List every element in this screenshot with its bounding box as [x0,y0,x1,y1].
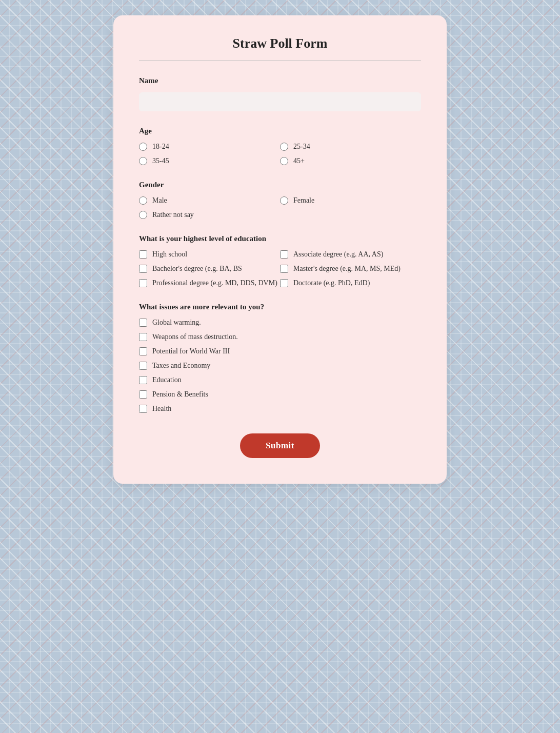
gender-option-label-female: Female [293,196,314,205]
name-label: Name [139,76,421,85]
gender-options: Male Female Rather not say [139,196,421,219]
age-option-45plus[interactable]: 45+ [280,157,421,165]
age-radio-45plus[interactable] [280,157,288,165]
issue-option-label-weapons: Weapons of mass destruction. [152,333,238,341]
gender-radio-male[interactable] [139,196,147,205]
edu-option-masters[interactable]: Master's degree (e.g. MA, MS, MEd) [280,265,421,273]
edu-option-label-associate: Associate degree (e.g. AA, AS) [293,250,383,259]
age-section: Age 18-24 25-34 35-45 45+ [139,127,421,165]
issue-option-label-education: Education [152,376,182,384]
edu-option-high-school[interactable]: High school [139,250,280,259]
submit-wrapper: Submit [139,433,421,458]
edu-option-label-bachelors: Bachelor's degree (e.g. BA, BS [152,265,242,273]
edu-checkbox-masters[interactable] [280,265,288,273]
gender-radio-rather-not-say[interactable] [139,211,147,219]
edu-checkbox-bachelors[interactable] [139,265,147,273]
issue-checkbox-education[interactable] [139,376,147,384]
age-radio-25-34[interactable] [280,143,288,151]
edu-option-associate[interactable]: Associate degree (e.g. AA, AS) [280,250,421,259]
gender-option-female[interactable]: Female [280,196,421,205]
issue-checkbox-ww3[interactable] [139,347,147,355]
issue-option-label-ww3: Potential for World War III [152,347,230,355]
issue-checkbox-health[interactable] [139,405,147,413]
issue-option-label-global-warming: Global warming. [152,319,201,327]
name-section: Name [139,76,421,111]
issue-checkbox-pension[interactable] [139,390,147,399]
edu-option-label-professional: Professional degree (e.g. MD, DDS, DVM) [152,279,277,287]
education-section: What is your highest level of education … [139,234,421,287]
edu-option-doctorate[interactable]: Doctorate (e.g. PhD, EdD) [280,279,421,287]
gender-radio-female[interactable] [280,196,288,205]
age-option-label-35-45: 35-45 [152,157,169,165]
issue-option-weapons[interactable]: Weapons of mass destruction. [139,333,421,341]
issue-option-global-warming[interactable]: Global warming. [139,319,421,327]
edu-checkbox-high-school[interactable] [139,250,147,259]
age-option-18-24[interactable]: 18-24 [139,143,280,151]
edu-checkbox-associate[interactable] [280,250,288,259]
education-label: What is your highest level of education [139,234,421,243]
edu-checkbox-professional[interactable] [139,279,147,287]
edu-checkbox-doctorate[interactable] [280,279,288,287]
gender-section: Gender Male Female Rather not say [139,181,421,219]
age-option-label-45plus: 45+ [293,157,305,165]
gender-option-male[interactable]: Male [139,196,280,205]
age-option-label-18-24: 18-24 [152,143,169,151]
submit-button[interactable]: Submit [240,433,320,458]
issue-checkbox-global-warming[interactable] [139,319,147,327]
edu-option-label-masters: Master's degree (e.g. MA, MS, MEd) [293,265,401,273]
issues-label: What issues are more relevant to you? [139,303,421,311]
issue-option-education[interactable]: Education [139,376,421,384]
age-radio-35-45[interactable] [139,157,147,165]
issue-option-label-pension: Pension & Benefits [152,390,208,399]
issue-option-ww3[interactable]: Potential for World War III [139,347,421,355]
gender-option-rather-not-say[interactable]: Rather not say [139,211,421,219]
edu-option-professional[interactable]: Professional degree (e.g. MD, DDS, DVM) [139,279,280,287]
issue-option-label-health: Health [152,405,171,413]
age-option-25-34[interactable]: 25-34 [280,143,421,151]
issue-checkbox-weapons[interactable] [139,333,147,341]
age-radio-18-24[interactable] [139,143,147,151]
edu-option-label-doctorate: Doctorate (e.g. PhD, EdD) [293,279,370,287]
education-options: High school Associate degree (e.g. AA, A… [139,250,421,287]
name-input[interactable] [139,92,421,111]
age-label: Age [139,127,421,135]
form-title: Straw Poll Form [139,36,421,61]
issue-checkbox-taxes[interactable] [139,362,147,370]
issues-options: Global warming. Weapons of mass destruct… [139,319,421,413]
age-option-label-25-34: 25-34 [293,143,310,151]
gender-label: Gender [139,181,421,189]
issues-section: What issues are more relevant to you? Gl… [139,303,421,413]
edu-option-bachelors[interactable]: Bachelor's degree (e.g. BA, BS [139,265,280,273]
issue-option-health[interactable]: Health [139,405,421,413]
issue-option-taxes[interactable]: Taxes and Economy [139,362,421,370]
age-options: 18-24 25-34 35-45 45+ [139,143,421,165]
form-card: Straw Poll Form Name Age 18-24 25-34 35-… [113,15,447,484]
issue-option-label-taxes: Taxes and Economy [152,362,210,370]
age-option-35-45[interactable]: 35-45 [139,157,280,165]
gender-option-label-male: Male [152,196,167,205]
gender-option-label-rather-not-say: Rather not say [152,211,194,219]
edu-option-label-high-school: High school [152,250,187,259]
issue-option-pension[interactable]: Pension & Benefits [139,390,421,399]
